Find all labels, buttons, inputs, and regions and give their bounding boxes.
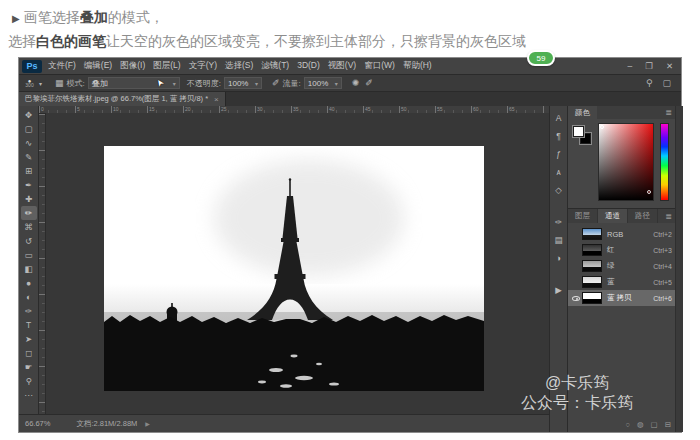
color-gradient-field[interactable] bbox=[598, 123, 654, 201]
zoom-tool[interactable]: ⚲ bbox=[21, 374, 37, 388]
menu-items: 文件(F)编辑(E)图像(I)图层(L)文字(Y)选择(S)滤镜(T)3D(D)… bbox=[48, 60, 440, 72]
tab-color[interactable]: 颜色 bbox=[568, 106, 597, 119]
blur-tool[interactable]: ● bbox=[21, 276, 37, 290]
panel-edge-strip bbox=[675, 106, 683, 432]
workspace-icon[interactable]: ▢ bbox=[662, 78, 671, 88]
tab-channels[interactable]: 通道 bbox=[598, 209, 628, 223]
delete-channel-icon[interactable]: ⊟ bbox=[665, 420, 671, 429]
channel-row-blue-copy[interactable]: 蓝 拷贝 Ctrl+6 bbox=[568, 290, 676, 306]
menu-type[interactable]: 文字(Y) bbox=[189, 60, 217, 70]
flow-dropdown[interactable]: 100% ▾ bbox=[304, 77, 342, 89]
character-panel-icon[interactable]: A bbox=[552, 110, 566, 125]
photoshop-logo: Ps bbox=[22, 60, 42, 73]
document-size-info: 文档:2.81M/2.88M bbox=[76, 419, 137, 429]
search-icon[interactable]: ⚲ bbox=[646, 78, 653, 88]
menu-window[interactable]: 窗口(W) bbox=[364, 60, 395, 70]
more-tools-icon[interactable]: ⋯ bbox=[21, 388, 37, 402]
channel-thumbnail bbox=[582, 228, 602, 240]
path-select-tool[interactable]: ➤ bbox=[21, 332, 37, 346]
channel-row-blue[interactable]: 蓝 Ctrl+5 bbox=[568, 274, 676, 290]
brush-tool[interactable]: ✏ bbox=[21, 206, 37, 220]
tutorial-line-2: 选择白色的画笔让天空的灰色的区域变亮，不要擦到主体部分，只擦背景的灰色区域 bbox=[8, 30, 696, 52]
bullet-arrow-icon: ▶ bbox=[12, 13, 20, 24]
color-picker-marker bbox=[647, 190, 651, 194]
tab-paths[interactable]: 路径 bbox=[628, 209, 658, 223]
menu-3d[interactable]: 3D(D) bbox=[297, 60, 320, 70]
opacity-dropdown[interactable]: 100% ▾ bbox=[224, 77, 262, 89]
eraser-tool[interactable]: ▭ bbox=[21, 248, 37, 262]
chevron-down-icon[interactable]: ▾ bbox=[39, 80, 42, 87]
channel-thumbnail bbox=[582, 260, 602, 272]
eyedropper-tool[interactable]: ✒ bbox=[21, 178, 37, 192]
menu-edit[interactable]: 编辑(E) bbox=[84, 60, 112, 70]
glyphs-panel-icon[interactable]: ƒ bbox=[552, 146, 566, 161]
brush-preview-icon: ● 300 bbox=[23, 79, 36, 87]
paragraph-panel-icon[interactable]: ¶ bbox=[552, 128, 566, 143]
collapse-panels-icon[interactable]: ▶ bbox=[552, 282, 566, 297]
save-selection-as-channel-icon[interactable]: ◍ bbox=[637, 420, 644, 429]
channels-panel-footer: ○ ◍ ▢ ⊟ bbox=[626, 420, 671, 429]
document-image[interactable] bbox=[104, 146, 484, 391]
channel-row-red[interactable]: 红 Ctrl+3 bbox=[568, 242, 676, 258]
toggle-brush-panel-icon[interactable]: ▦ bbox=[55, 78, 64, 88]
tab-layers[interactable]: 图层 bbox=[568, 209, 598, 223]
load-channel-selection-icon[interactable]: ○ bbox=[626, 420, 631, 429]
pen-tool[interactable]: ✑ bbox=[21, 304, 37, 318]
menu-help[interactable]: 帮助(H) bbox=[403, 60, 432, 70]
marquee-tool[interactable]: ▢ bbox=[21, 122, 37, 136]
menu-select[interactable]: 选择(S) bbox=[225, 60, 253, 70]
canvas-area[interactable] bbox=[46, 113, 549, 414]
tab-close-icon[interactable]: × bbox=[214, 95, 219, 104]
channel-row-rgb[interactable]: RGB Ctrl+2 bbox=[568, 226, 676, 242]
close-button[interactable]: ✕ bbox=[666, 61, 673, 71]
pressure-opacity-icon[interactable]: ✐ bbox=[272, 78, 280, 88]
type-tool[interactable]: T bbox=[21, 318, 37, 332]
like-count-badge: 59 bbox=[527, 50, 555, 66]
menu-image[interactable]: 图像(I) bbox=[120, 60, 145, 70]
brush-preset-picker[interactable]: ● 300 ▾ bbox=[23, 79, 45, 87]
clone-stamp-tool[interactable]: ⌘ bbox=[21, 220, 37, 234]
menu-layer[interactable]: 图层(L) bbox=[153, 60, 180, 70]
swatches-panel-icon[interactable]: ▤ bbox=[552, 232, 566, 247]
dodge-tool[interactable]: ◐ bbox=[21, 290, 37, 304]
restore-button[interactable]: ❐ bbox=[645, 61, 653, 71]
mode-label: 模式: bbox=[67, 78, 85, 89]
hand-tool[interactable]: ☛ bbox=[21, 360, 37, 374]
healing-brush-tool[interactable]: ✚ bbox=[21, 192, 37, 206]
color-panel-header: 颜色 ≣ bbox=[568, 106, 676, 119]
opacity-label: 不透明度: bbox=[187, 78, 221, 89]
tutorial-text: ▶画笔选择叠加的模式， 选择白色的画笔让天空的灰色的区域变亮，不要擦到主体部分，… bbox=[8, 6, 696, 52]
visibility-eye-icon[interactable] bbox=[572, 296, 580, 301]
gradient-tool[interactable]: ◧ bbox=[21, 262, 37, 276]
brush-settings-panel-icon[interactable]: ✑ bbox=[552, 214, 566, 229]
quick-select-tool[interactable]: ✎ bbox=[21, 150, 37, 164]
hue-slider[interactable] bbox=[660, 123, 669, 201]
watermark: @卡乐筠 公众号：卡乐筠 bbox=[488, 373, 666, 413]
color-picker-marker bbox=[600, 125, 604, 129]
menu-filter[interactable]: 滤镜(T) bbox=[261, 60, 289, 70]
chevron-down-icon: ▾ bbox=[331, 80, 338, 87]
minimize-button[interactable]: – bbox=[628, 61, 633, 71]
crop-tool[interactable]: ⊞ bbox=[21, 164, 37, 178]
pressure-size-icon[interactable]: ✐ bbox=[365, 78, 373, 88]
document-tab[interactable]: 巴黎埃菲尔铁塔素材.jpeg @ 66.7%(图层 1, 蓝 拷贝/8) * × bbox=[19, 92, 226, 106]
zoom-level-field[interactable]: 66.67% bbox=[25, 419, 50, 428]
new-channel-icon[interactable]: ▢ bbox=[651, 420, 658, 429]
shape-tool[interactable]: ◻ bbox=[21, 346, 37, 360]
menu-view[interactable]: 视图(V) bbox=[328, 60, 356, 70]
channel-row-green[interactable]: 绿 Ctrl+4 bbox=[568, 258, 676, 274]
history-brush-tool[interactable]: ↺ bbox=[21, 234, 37, 248]
adjustments-panel-icon[interactable]: ◑ bbox=[552, 250, 566, 265]
paths-panel-icon[interactable]: ◇ bbox=[552, 182, 566, 197]
foreground-color-swatch[interactable] bbox=[573, 126, 584, 137]
status-expand-icon[interactable]: ▶ bbox=[145, 420, 150, 427]
foreground-background-swatches[interactable] bbox=[573, 126, 593, 146]
status-bar: 66.67% 文档:2.81M/2.88M ▶ bbox=[19, 414, 549, 432]
lasso-tool[interactable]: ∿ bbox=[21, 136, 37, 150]
menu-file[interactable]: 文件(F) bbox=[48, 60, 76, 70]
move-tool[interactable]: ✥ bbox=[21, 108, 37, 122]
menu-bar: Ps 文件(F)编辑(E)图像(I)图层(L)文字(Y)选择(S)滤镜(T)3D… bbox=[19, 58, 681, 75]
document-tab-bar: 巴黎埃菲尔铁塔素材.jpeg @ 66.7%(图层 1, 蓝 拷贝/8) * × bbox=[19, 92, 681, 106]
airbrush-icon[interactable]: ✺ bbox=[352, 78, 360, 88]
character-styles-panel-icon[interactable]: ᴀ bbox=[552, 164, 566, 179]
